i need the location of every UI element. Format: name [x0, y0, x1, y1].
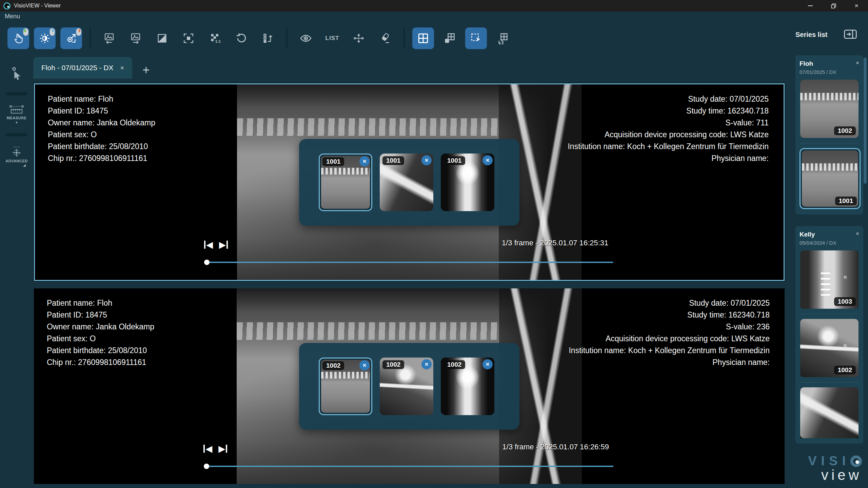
study-info-line: Study time: 162340.718 [568, 105, 769, 117]
popup-thumbnail[interactable]: 1001 × [380, 154, 433, 211]
viewport-bottom[interactable]: Patient name: Floh Patient ID: 18475 Own… [34, 288, 785, 484]
image-number-badge: 1003 [834, 297, 856, 306]
list-view-button[interactable]: LIST [321, 27, 343, 49]
menu-button[interactable]: Menu [5, 13, 20, 20]
select-series-button[interactable] [465, 27, 487, 49]
mouse-right-indicator [76, 28, 81, 36]
collapse-panel-icon [844, 29, 857, 39]
first-frame-button[interactable]: ◀ [203, 445, 212, 453]
scrollbar-thumb[interactable] [864, 58, 867, 184]
laterality-marker: R [844, 343, 847, 348]
series-thumbnail[interactable] [800, 387, 859, 438]
image-selector-popup: 1002 × 1002 × 1002 × [299, 343, 519, 430]
first-frame-button[interactable]: ◀ [204, 241, 213, 249]
invert-button[interactable] [151, 27, 173, 49]
zoom-tool-button[interactable] [60, 27, 82, 49]
remove-image-button[interactable]: × [359, 156, 370, 166]
series-thumbnail[interactable]: R 1003 [800, 250, 859, 309]
measure-tools-button[interactable]: MEASURE ▾ [7, 101, 27, 127]
close-window-button[interactable]: × [845, 0, 868, 12]
tab-close-icon[interactable]: × [120, 64, 124, 72]
viewport-area: Patient name: Floh Patient ID: 18475 Own… [33, 79, 790, 488]
previous-image-icon [103, 32, 115, 44]
popup-thumbnail[interactable]: 1002 × [380, 358, 433, 415]
patient-info-line: Owner name: Janka Oldekamp [48, 117, 155, 129]
study-info-line: S-value: 711 [568, 117, 769, 129]
patient-info-line: Chip nr.: 2760998106911161 [48, 152, 155, 164]
patient-info-overlay: Patient name: Floh Patient ID: 18475 Own… [48, 93, 155, 164]
patient-info-line: Patient sex: O [47, 333, 154, 345]
popup-thumbnail-selected[interactable]: 1002 × [319, 358, 372, 415]
move-tool-button[interactable] [348, 27, 370, 49]
remove-image-button[interactable]: × [421, 359, 432, 369]
image-number-badge: 1001 [382, 156, 404, 165]
list-icon: LIST [326, 35, 339, 42]
series-group-subtitle: 07/01/2025 / DX [800, 69, 859, 75]
grid-layout-button[interactable] [412, 27, 434, 49]
app-logo-icon [3, 2, 11, 9]
remove-image-button[interactable]: × [482, 359, 493, 369]
series-thumbnail-selected[interactable]: 1001 [800, 148, 861, 209]
image-number-badge: 1001 [835, 197, 857, 205]
flip-stack-button[interactable] [257, 27, 279, 49]
actual-size-button[interactable]: 1:1 [204, 27, 226, 49]
hand-icon [13, 33, 24, 44]
frame-slider-handle[interactable] [204, 260, 210, 265]
close-series-group-button[interactable]: × [856, 231, 859, 237]
minimize-button[interactable] [799, 0, 822, 12]
collapse-panel-button[interactable] [844, 29, 857, 40]
move-icon [353, 33, 364, 44]
advanced-tools-button[interactable]: ADVANCED [5, 142, 28, 170]
rail-divider [6, 133, 27, 136]
mouse-middle-indicator [50, 28, 55, 36]
frame-slider[interactable] [205, 466, 613, 467]
series-list-title: Series list [795, 31, 828, 39]
toolbar-separator [286, 28, 288, 48]
image-number-badge: 1002 [322, 361, 344, 370]
patient-info-overlay: Patient name: Floh Patient ID: 18475 Own… [47, 297, 154, 368]
window-level-button[interactable] [34, 27, 56, 49]
show-overlays-button[interactable] [295, 27, 317, 49]
fit-to-window-button[interactable] [178, 27, 199, 49]
pointer-icon [10, 66, 23, 83]
tab-active-study[interactable]: Floh - 07/01/2025 - DX × [33, 57, 132, 79]
image-number-badge: 1001 [322, 157, 344, 166]
last-frame-button[interactable]: ▶ [218, 445, 227, 453]
custom-layout-button[interactable] [439, 27, 460, 49]
restore-icon [831, 3, 836, 8]
previous-image-button[interactable] [98, 27, 120, 49]
viewport-top[interactable]: Patient name: Floh Patient ID: 18475 Own… [34, 83, 785, 281]
skip-bar-icon [226, 445, 227, 453]
pointer-tool-button[interactable] [10, 63, 23, 86]
popup-thumbnail[interactable]: 1001 × [441, 154, 494, 211]
laterality-marker: R [844, 275, 847, 280]
rotate-button[interactable] [231, 27, 252, 49]
advanced-crosshair-icon [9, 146, 24, 158]
next-image-button[interactable] [125, 27, 146, 49]
frame-slider-handle[interactable] [204, 464, 209, 469]
popup-thumbnail[interactable]: 1002 × [441, 358, 494, 415]
new-tab-button[interactable]: + [142, 65, 150, 75]
last-frame-button[interactable]: ▶ [219, 241, 228, 249]
patient-info-line: Patient sex: O [48, 129, 155, 141]
remove-image-button[interactable]: × [421, 155, 432, 165]
custom-layout-icon [443, 32, 456, 44]
series-thumbnail[interactable]: 1002 [800, 80, 859, 138]
visioview-logo: VISI view [808, 454, 862, 483]
remove-image-button[interactable]: × [359, 360, 370, 370]
restore-button[interactable] [822, 0, 845, 12]
remove-image-button[interactable]: × [482, 155, 493, 165]
invert-icon [156, 33, 168, 44]
reset-layout-button[interactable] [492, 27, 513, 49]
frame-slider[interactable] [205, 262, 613, 263]
study-info-line: Acquisition device processing code: LWS … [568, 129, 769, 141]
series-thumbnail[interactable]: R 1002 [800, 319, 859, 377]
pan-tool-button[interactable] [7, 27, 29, 49]
image-number-badge: 1002 [834, 366, 856, 374]
patient-info-line: Patient ID: 18475 [47, 309, 154, 321]
popup-thumbnail-selected[interactable]: 1001 × [319, 154, 372, 211]
close-series-group-button[interactable]: × [856, 60, 859, 66]
image-number-badge: 1002 [382, 360, 404, 369]
window-controls: × [799, 0, 868, 12]
eraser-button[interactable] [374, 27, 396, 49]
